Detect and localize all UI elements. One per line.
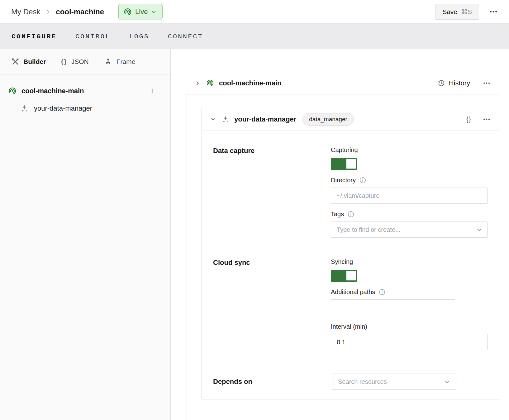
tab-control[interactable]: CONTROL [75,33,111,40]
history-button[interactable]: History [437,79,470,87]
save-label: Save [442,8,457,16]
tools-icon [11,58,19,66]
tree-item-label: cool-machine-main [21,87,84,95]
view-frame[interactable]: Frame [104,57,136,66]
view-json[interactable]: {} JSON [61,58,88,65]
part-title: cool-machine-main [219,79,281,87]
config-view-switcher: Builder {} JSON [0,49,170,74]
directory-label-row: Directory [331,177,488,184]
save-button[interactable]: Save ⌘S [435,4,479,20]
syncing-toggle[interactable] [331,270,357,282]
view-frame-label: Frame [117,58,136,65]
additional-paths-input[interactable] [331,299,455,316]
service-title: your-data-manager [234,115,296,123]
frame-icon [104,57,112,66]
collapse-chevron-down-icon[interactable] [210,116,216,122]
config-main-panel: cool-machine-main History ••• [171,49,509,420]
tree-item-data-manager[interactable]: your-data-manager [8,104,155,112]
info-icon[interactable] [379,289,385,295]
capturing-label: Capturing [331,146,488,154]
more-menu-icon[interactable]: ••• [490,8,498,15]
tags-input[interactable] [331,222,488,238]
json-braces-icon[interactable]: {} [466,115,471,123]
data-capture-section: Data capture Capturing Directory [213,146,488,238]
data-manager-card-header: your-data-manager data_manager {} ••• [202,108,499,131]
info-icon[interactable] [348,211,354,217]
tab-logs[interactable]: LOGS [129,33,149,40]
toggle-knob [346,159,356,169]
additional-paths-label: Additional paths [331,289,375,296]
tree-item-label: your-data-manager [34,104,92,112]
machine-part-icon [8,87,17,95]
machine-part-icon [206,79,214,87]
breadcrumb-chevron-icon [45,9,51,15]
tags-combobox [331,222,488,238]
section-label: Cloud sync [213,258,331,350]
service-sparkle-icon [21,104,29,112]
breadcrumb-current: cool-machine [56,7,104,16]
tab-connect[interactable]: CONNECT [168,33,203,40]
save-shortcut: ⌘S [461,8,472,16]
depends-on-placeholder: Search resources [338,378,444,385]
data-capture-fields: Capturing Directory [331,146,488,238]
interval-label: Interval (min) [331,323,488,330]
braces-icon: {} [61,58,67,65]
history-clock-icon [437,79,445,87]
cloud-sync-fields: Syncing Additional paths [331,258,488,350]
content-area: Builder {} JSON [0,49,509,420]
data-manager-form: Data capture Capturing Directory [202,131,499,364]
section-label: Data capture [213,146,331,238]
tags-label-row: Tags [331,211,488,218]
tree-connector-line [187,94,187,420]
machine-tab-bar: CONFIGURE CONTROL LOGS CONNECT [0,24,509,49]
view-builder[interactable]: Builder [11,58,46,66]
machine-online-icon [124,8,132,16]
syncing-label: Syncing [331,258,488,265]
service-sparkle-icon [222,115,230,123]
depends-on-label: Depends on [213,378,332,386]
data-manager-card: your-data-manager data_manager {} ••• Da… [202,108,499,399]
additional-paths-label-row: Additional paths [331,289,488,296]
config-sidebar: Builder {} JSON [0,49,171,420]
cloud-sync-section: Cloud sync Syncing Additional paths [213,258,488,350]
live-label: Live [135,8,148,16]
info-icon[interactable] [359,177,366,184]
app-window: My Desk cool-machine Live Save ⌘S ••• [0,0,509,420]
depends-on-select[interactable]: Search resources [332,374,456,390]
tree-item-machine-part[interactable]: cool-machine-main + [8,86,155,96]
toggle-knob [346,271,356,280]
service-more-menu-icon[interactable]: ••• [483,116,491,122]
resource-tree: cool-machine-main + your-data-manager [0,74,170,112]
service-type-badge: data_manager [302,113,354,126]
tab-configure[interactable]: CONFIGURE [12,33,57,40]
breadcrumb-parent[interactable]: My Desk [11,7,40,16]
machine-part-header: cool-machine-main History ••• [186,72,499,94]
history-label: History [449,79,470,87]
view-json-label: JSON [71,58,89,65]
add-resource-button[interactable]: + [149,86,155,96]
top-bar: My Desk cool-machine Live Save ⌘S ••• [0,0,509,24]
part-more-menu-icon[interactable]: ••• [483,80,491,86]
expand-chevron-right-icon[interactable] [194,80,201,86]
directory-input[interactable] [331,188,488,204]
directory-label: Directory [331,177,356,184]
capturing-toggle[interactable] [331,158,357,170]
tags-label: Tags [331,211,344,218]
chevron-down-icon [151,9,157,15]
chevron-down-icon [444,378,450,385]
depends-on-row: Depends on Search resources [202,364,499,399]
interval-input[interactable] [331,334,488,350]
view-builder-label: Builder [23,58,46,65]
live-status-button[interactable]: Live [118,4,163,20]
